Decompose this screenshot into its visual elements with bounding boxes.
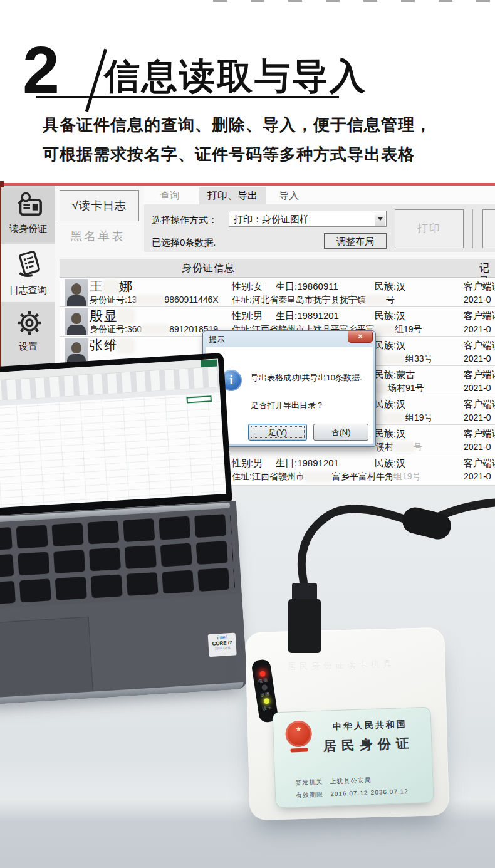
record-time: 2021-0 xyxy=(464,471,491,481)
excel-spreadsheet xyxy=(0,358,226,509)
address-field: 住址:河北省秦皇岛市抚宁县抚宁镇号 xyxy=(232,295,395,306)
gear-icon xyxy=(15,308,44,337)
record-source: 客户端读 xyxy=(464,399,495,410)
record-time: 2021-0 xyxy=(464,353,491,363)
no-button[interactable]: 否(N) xyxy=(313,424,368,441)
export-button-partial[interactable] xyxy=(482,209,495,248)
blacklist-table-button[interactable]: 黑名单表 xyxy=(70,228,125,244)
read-led xyxy=(263,698,269,704)
birth-field: 生日:19891201 xyxy=(276,458,339,469)
validity-value: 2016.07.12-2036.07.12 xyxy=(330,788,409,797)
table-header: 身份证信息 记录 xyxy=(60,259,495,278)
adjust-layout-button[interactable]: 调整布局 xyxy=(324,233,387,249)
sidebar-label-settings: 设置 xyxy=(1,341,55,353)
record-time: 2021-0 xyxy=(464,442,491,452)
read-log-toggle-button[interactable]: √读卡日志 xyxy=(60,190,139,221)
close-icon[interactable]: × xyxy=(348,331,373,343)
national-emblem: ★ xyxy=(284,720,313,754)
tab-print-export[interactable]: 打印、导出 xyxy=(199,187,266,204)
operation-mode-label: 选择操作方式： xyxy=(152,214,217,226)
sidebar-item-settings[interactable]: 设置 xyxy=(1,306,55,361)
portrait-photo xyxy=(65,279,88,306)
excel-grid xyxy=(0,387,226,509)
issuer-row: 签发机关 上犹县公安局 xyxy=(295,776,372,787)
tab-import[interactable]: 导入 xyxy=(279,189,299,202)
section-description: 具备证件信息的查询、删除、导入，便于信息管理， 可根据需求按名字、证件号码等多种… xyxy=(43,110,456,169)
power-led xyxy=(259,671,265,677)
resident-id-card: ★ 中华人民共和国 居民身份证 签发机关 上犹县公安局 有效期限 2016.07… xyxy=(272,707,434,808)
sex-field: 性别:男 xyxy=(232,310,263,322)
window-accent-line xyxy=(0,183,495,186)
redaction-patch xyxy=(305,473,332,481)
fault-led xyxy=(261,684,268,691)
portrait-photo xyxy=(65,308,88,335)
section-number: 2 xyxy=(23,36,57,103)
title-underline xyxy=(36,96,339,98)
address-field: 组19号 xyxy=(385,412,433,424)
record-source: 客户端读 xyxy=(464,340,495,352)
chevron-down-icon xyxy=(378,217,383,221)
usb-strain-relief xyxy=(292,583,317,600)
sex-field: 性别:男 xyxy=(232,458,263,469)
dropdown-button[interactable] xyxy=(375,212,385,226)
card-title-text: 居民身份证 xyxy=(311,734,426,755)
record-source: 客户端读 xyxy=(464,458,495,469)
print-button[interactable]: 打印 xyxy=(395,209,464,248)
usb-plug xyxy=(288,599,321,653)
description-line-2: 可根据需求按名字、证件号码等多种方式导出表格 xyxy=(43,140,456,169)
id-number: 身份证号:139860911446X xyxy=(90,295,219,306)
export-success-dialog: 提示 × i 导出表格成功!共导出10条数据. 是否打开导出目录？ 是(Y) 否… xyxy=(202,330,376,447)
id-card-search-icon xyxy=(15,191,44,219)
dialog-message-1: 导出表格成功!共导出10条数据. xyxy=(251,372,362,384)
laptop-keyboard-deck: intel CORE i7 10TH GEN xyxy=(0,501,248,704)
table-row[interactable]: 王娜 身份证号:139860911446X 性别:女 生日:19860911 民… xyxy=(60,278,495,307)
issuer-value: 上犹县公安局 xyxy=(330,776,371,785)
operation-mode-value: 打印：身份证图样 xyxy=(234,214,309,226)
dialog-content: i 导出表格成功!共导出10条数据. 是否打开导出目录？ 是(Y) 否(N) xyxy=(206,347,373,444)
operation-mode-select[interactable]: 打印：身份证图样 xyxy=(229,211,387,227)
usb-cable xyxy=(251,489,495,658)
power-led-label: 电源 xyxy=(258,677,269,684)
record-time: 2021-0 xyxy=(464,295,491,305)
record-time: 2021-0 xyxy=(464,324,491,334)
redaction-patch xyxy=(385,355,405,363)
birth-field: 生日:19891201 xyxy=(276,310,339,322)
issuer-label: 签发机关 xyxy=(295,778,323,787)
tab-strip xyxy=(144,186,495,204)
ethnic-field: 民族:汉 xyxy=(375,428,405,440)
id-number: 身份证号:3608912018519 xyxy=(90,324,218,335)
address-field: 场村91号 xyxy=(368,383,424,394)
address-field: 溪村号 xyxy=(376,442,422,453)
birth-field: 生日:19860911 xyxy=(276,281,338,293)
fault-led-label: 故障 xyxy=(260,691,271,698)
dialog-title: 提示 xyxy=(209,334,225,345)
redaction-patch xyxy=(118,340,133,352)
sidebar-item-log-query[interactable]: 日志查询 xyxy=(1,244,55,302)
selected-count-text: 已选择0条数据. xyxy=(152,237,216,249)
ethnic-field: 民族:汉 xyxy=(375,458,405,469)
print-export-panel: 选择操作方式： 打印：身份证图样 已选择0条数据. 调整布局 打印 xyxy=(144,204,495,252)
redaction-patch xyxy=(137,296,164,304)
tab-query[interactable]: 查询 xyxy=(160,189,180,202)
yes-button[interactable]: 是(Y) xyxy=(248,424,307,441)
intel-sticker: intel CORE i7 10TH GEN xyxy=(208,633,237,657)
sex-field: 性别:女 xyxy=(232,281,263,293)
ethnic-field: 民族:汉 xyxy=(375,281,405,293)
log-document-icon xyxy=(15,249,44,278)
address-field: 组33号 xyxy=(385,353,433,365)
record-time: 2021-0 xyxy=(464,383,491,393)
card-country-text: 中华人民共和国 xyxy=(315,718,425,733)
redaction-patch xyxy=(142,326,169,333)
laptop-palmrest: intel CORE i7 10TH GEN xyxy=(0,593,247,698)
redaction-patch xyxy=(118,310,133,323)
read-led-label: 读卡 xyxy=(262,704,273,711)
cropped-text-remnant xyxy=(213,0,495,2)
record-source: 客户端读 xyxy=(464,428,495,440)
sidebar-item-read-id[interactable]: 读身份证 xyxy=(1,188,55,242)
section-title: 信息读取与导入 xyxy=(104,53,367,101)
redaction-patch xyxy=(393,444,414,451)
page: 2 信息读取与导入 具备证件信息的查询、删除、导入，便于信息管理， 可根据需求按… xyxy=(0,0,495,868)
validity-label: 有效期限 xyxy=(296,791,323,799)
emblem-star: ★ xyxy=(284,724,312,734)
validity-row: 有效期限 2016.07.12-2036.07.12 xyxy=(296,787,409,800)
